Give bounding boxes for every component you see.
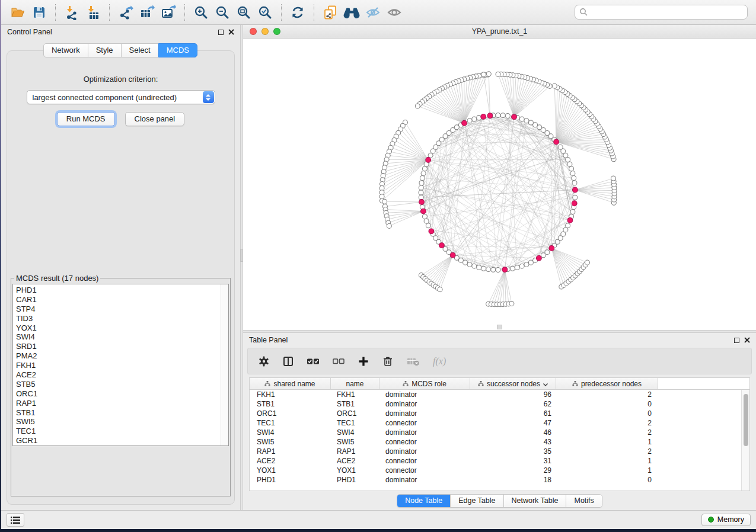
optimization-criterion-select[interactable]: largest connected component (undirected) bbox=[27, 90, 215, 104]
result-node[interactable]: TEC1 bbox=[16, 427, 220, 436]
column-header-successor-nodes[interactable]: successor nodes bbox=[470, 378, 556, 390]
result-node[interactable]: YOX1 bbox=[16, 323, 220, 333]
select-all-icon[interactable] bbox=[307, 355, 320, 367]
result-node[interactable]: FKH1 bbox=[16, 361, 220, 370]
refresh-layout-icon[interactable] bbox=[287, 3, 308, 22]
close-panel-button[interactable]: Close panel bbox=[125, 112, 185, 126]
cell-successor-nodes: 62 bbox=[470, 400, 556, 408]
task-history-button[interactable] bbox=[7, 513, 24, 527]
maximize-window-icon[interactable] bbox=[273, 28, 280, 35]
unselect-all-icon[interactable] bbox=[332, 355, 345, 367]
result-node[interactable]: STB5 bbox=[16, 380, 220, 389]
result-node[interactable]: PHD1 bbox=[16, 286, 220, 295]
save-icon[interactable] bbox=[28, 3, 50, 22]
zoom-in-icon[interactable] bbox=[190, 3, 212, 22]
gear-icon[interactable] bbox=[258, 355, 270, 367]
table-row[interactable]: ORC1ORC1dominator610 bbox=[250, 409, 749, 418]
list-icon bbox=[11, 516, 20, 524]
column-header-predecessor-nodes[interactable]: predecessor nodes bbox=[556, 378, 658, 390]
zoom-selected-icon[interactable] bbox=[254, 3, 276, 22]
table-row[interactable]: ACE2ACE2connector311 bbox=[250, 456, 749, 466]
binoculars-icon[interactable] bbox=[341, 3, 362, 22]
cell-name: ORC1 bbox=[331, 409, 379, 418]
add-column-icon[interactable] bbox=[358, 355, 369, 367]
cell-shared-name: SWI4 bbox=[250, 428, 331, 437]
tab-mcds[interactable]: MCDS bbox=[158, 43, 197, 57]
table-row[interactable]: YOX1YOX1connector291 bbox=[250, 466, 749, 475]
columns-icon[interactable] bbox=[282, 355, 294, 367]
network-canvas[interactable] bbox=[243, 39, 756, 330]
result-list-scrollbar[interactable] bbox=[221, 284, 228, 446]
float-table-panel-icon[interactable] bbox=[734, 338, 739, 343]
tab-edge-table[interactable]: Edge Table bbox=[450, 495, 503, 507]
cell-name: PHD1 bbox=[331, 476, 379, 484]
tab-select[interactable]: Select bbox=[121, 43, 159, 57]
result-node[interactable]: SRD1 bbox=[16, 342, 220, 351]
tab-motifs[interactable]: Motifs bbox=[566, 495, 601, 507]
cell-successor-nodes: 47 bbox=[470, 419, 556, 427]
table-row[interactable]: RAP1RAP1dominator352 bbox=[250, 447, 749, 456]
tab-style[interactable]: Style bbox=[88, 43, 122, 57]
hide-selected-icon[interactable] bbox=[362, 3, 384, 22]
close-table-panel-icon[interactable] bbox=[744, 337, 750, 343]
float-panel-icon[interactable] bbox=[218, 30, 224, 35]
result-node[interactable]: STP4 bbox=[16, 305, 220, 314]
copy-network-icon[interactable] bbox=[320, 3, 341, 22]
column-type-icon bbox=[572, 380, 578, 388]
export-network-icon[interactable] bbox=[115, 3, 136, 22]
result-node[interactable]: PMA2 bbox=[16, 351, 220, 361]
close-window-icon[interactable] bbox=[250, 28, 257, 35]
tab-network[interactable]: Network bbox=[43, 43, 88, 57]
zoom-fit-icon[interactable] bbox=[233, 3, 254, 22]
table-scrollbar-thumb[interactable] bbox=[744, 394, 748, 446]
tab-node-table[interactable]: Node Table bbox=[397, 495, 450, 507]
close-panel-icon[interactable] bbox=[228, 29, 234, 35]
table-header-row: shared namenameMCDS rolesuccessor nodesp… bbox=[250, 378, 749, 390]
minimize-window-icon[interactable] bbox=[261, 28, 269, 35]
run-mcds-button[interactable]: Run MCDS bbox=[57, 112, 115, 126]
result-node[interactable]: RAP1 bbox=[16, 399, 220, 408]
export-image-icon[interactable] bbox=[158, 3, 179, 22]
table-row[interactable]: FKH1FKH1dominator962 bbox=[250, 390, 749, 399]
import-network-icon[interactable] bbox=[61, 3, 82, 22]
import-table-icon[interactable] bbox=[82, 3, 104, 22]
network-window-titlebar[interactable]: YPA_prune.txt_1 bbox=[243, 25, 756, 39]
search-box[interactable] bbox=[575, 5, 748, 20]
toolbar-separator bbox=[55, 4, 56, 21]
tab-network-table[interactable]: Network Table bbox=[503, 495, 566, 507]
result-node[interactable]: SWI5 bbox=[16, 417, 220, 427]
toolbar-separator bbox=[109, 4, 110, 21]
export-table-icon[interactable] bbox=[136, 3, 158, 22]
network-graph[interactable] bbox=[243, 39, 756, 330]
cell-predecessor-nodes: 2 bbox=[556, 428, 658, 437]
cell-shared-name: ORC1 bbox=[250, 409, 331, 418]
zoom-out-icon[interactable] bbox=[212, 3, 233, 22]
show-all-icon[interactable] bbox=[384, 3, 405, 22]
mcds-result-list[interactable]: PHD1CAR1STP4TID3YOX1SWI4SRD1PMA2FKH1ACE2… bbox=[12, 284, 229, 446]
open-file-icon[interactable] bbox=[7, 3, 28, 22]
delete-column-icon[interactable] bbox=[382, 355, 394, 367]
node-table: shared namenameMCDS rolesuccessor nodesp… bbox=[249, 377, 750, 491]
result-node[interactable]: ORC1 bbox=[16, 389, 220, 399]
toolbar-separator bbox=[281, 4, 282, 21]
result-node[interactable]: STB1 bbox=[16, 408, 220, 418]
result-node[interactable]: SWI4 bbox=[16, 332, 220, 342]
toolbar-separator bbox=[184, 4, 185, 21]
canvas-resize-grip[interactable] bbox=[497, 325, 502, 329]
column-header-shared-name[interactable]: shared name bbox=[250, 378, 331, 390]
result-node[interactable]: GCR1 bbox=[16, 436, 220, 446]
column-header-name[interactable]: name bbox=[331, 378, 379, 390]
table-row[interactable]: SWI4SWI4dominator462 bbox=[250, 428, 749, 437]
table-scrollbar[interactable] bbox=[741, 390, 749, 491]
table-row[interactable]: PHD1PHD1dominator180 bbox=[250, 475, 749, 485]
column-header-MCDS-role[interactable]: MCDS role bbox=[379, 378, 470, 390]
table-row[interactable]: STB1STB1dominator620 bbox=[250, 399, 749, 409]
mcds-tab-content: Optimization criterion: largest connecte… bbox=[7, 50, 235, 505]
result-node[interactable]: TID3 bbox=[16, 314, 220, 323]
table-row[interactable]: TEC1TEC1connector472 bbox=[250, 418, 749, 428]
result-node[interactable]: ACE2 bbox=[16, 370, 220, 380]
memory-button[interactable]: Memory bbox=[701, 514, 751, 526]
search-input[interactable] bbox=[591, 8, 743, 17]
result-node[interactable]: CAR1 bbox=[16, 295, 220, 305]
table-row[interactable]: SWI5SWI5connector431 bbox=[250, 437, 749, 447]
